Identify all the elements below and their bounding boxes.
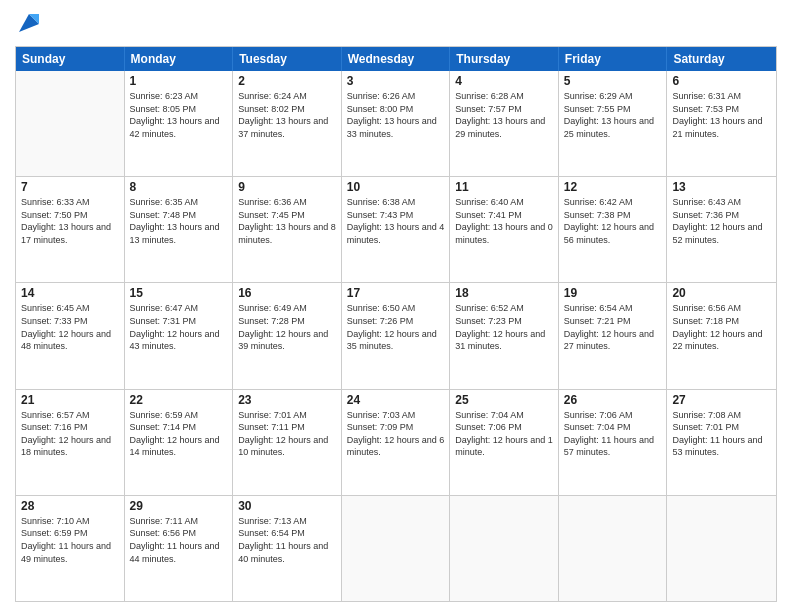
calendar-cell: 1Sunrise: 6:23 AMSunset: 8:05 PMDaylight… [125, 71, 234, 176]
calendar-cell: 5Sunrise: 6:29 AMSunset: 7:55 PMDaylight… [559, 71, 668, 176]
calendar-cell: 30Sunrise: 7:13 AMSunset: 6:54 PMDayligh… [233, 496, 342, 601]
calendar-cell: 20Sunrise: 6:56 AMSunset: 7:18 PMDayligh… [667, 283, 776, 388]
calendar-cell: 18Sunrise: 6:52 AMSunset: 7:23 PMDayligh… [450, 283, 559, 388]
calendar-cell: 8Sunrise: 6:35 AMSunset: 7:48 PMDaylight… [125, 177, 234, 282]
calendar-cell: 19Sunrise: 6:54 AMSunset: 7:21 PMDayligh… [559, 283, 668, 388]
calendar-cell: 16Sunrise: 6:49 AMSunset: 7:28 PMDayligh… [233, 283, 342, 388]
day-info: Sunrise: 7:11 AMSunset: 6:56 PMDaylight:… [130, 515, 228, 565]
calendar-cell: 14Sunrise: 6:45 AMSunset: 7:33 PMDayligh… [16, 283, 125, 388]
logo [15, 10, 47, 38]
day-number: 11 [455, 180, 553, 194]
day-info: Sunrise: 6:43 AMSunset: 7:36 PMDaylight:… [672, 196, 771, 246]
day-info: Sunrise: 6:33 AMSunset: 7:50 PMDaylight:… [21, 196, 119, 246]
day-number: 16 [238, 286, 336, 300]
calendar-cell: 6Sunrise: 6:31 AMSunset: 7:53 PMDaylight… [667, 71, 776, 176]
day-number: 26 [564, 393, 662, 407]
day-info: Sunrise: 6:56 AMSunset: 7:18 PMDaylight:… [672, 302, 771, 352]
day-info: Sunrise: 6:29 AMSunset: 7:55 PMDaylight:… [564, 90, 662, 140]
calendar-cell: 2Sunrise: 6:24 AMSunset: 8:02 PMDaylight… [233, 71, 342, 176]
weekday-header: Saturday [667, 47, 776, 71]
day-info: Sunrise: 6:57 AMSunset: 7:16 PMDaylight:… [21, 409, 119, 459]
calendar-cell: 25Sunrise: 7:04 AMSunset: 7:06 PMDayligh… [450, 390, 559, 495]
day-number: 22 [130, 393, 228, 407]
calendar-cell: 15Sunrise: 6:47 AMSunset: 7:31 PMDayligh… [125, 283, 234, 388]
day-info: Sunrise: 6:38 AMSunset: 7:43 PMDaylight:… [347, 196, 445, 246]
day-number: 30 [238, 499, 336, 513]
day-number: 29 [130, 499, 228, 513]
calendar-cell: 7Sunrise: 6:33 AMSunset: 7:50 PMDaylight… [16, 177, 125, 282]
day-number: 1 [130, 74, 228, 88]
calendar-row: 28Sunrise: 7:10 AMSunset: 6:59 PMDayligh… [16, 495, 776, 601]
calendar-cell: 28Sunrise: 7:10 AMSunset: 6:59 PMDayligh… [16, 496, 125, 601]
day-info: Sunrise: 6:26 AMSunset: 8:00 PMDaylight:… [347, 90, 445, 140]
day-number: 24 [347, 393, 445, 407]
weekday-header: Friday [559, 47, 668, 71]
day-number: 12 [564, 180, 662, 194]
day-number: 10 [347, 180, 445, 194]
page: SundayMondayTuesdayWednesdayThursdayFrid… [0, 0, 792, 612]
logo-icon [15, 10, 43, 38]
calendar-row: 21Sunrise: 6:57 AMSunset: 7:16 PMDayligh… [16, 389, 776, 495]
calendar-cell [16, 71, 125, 176]
day-info: Sunrise: 6:45 AMSunset: 7:33 PMDaylight:… [21, 302, 119, 352]
weekday-header: Wednesday [342, 47, 451, 71]
day-number: 21 [21, 393, 119, 407]
day-number: 27 [672, 393, 771, 407]
calendar-cell: 17Sunrise: 6:50 AMSunset: 7:26 PMDayligh… [342, 283, 451, 388]
calendar-cell [667, 496, 776, 601]
day-info: Sunrise: 6:23 AMSunset: 8:05 PMDaylight:… [130, 90, 228, 140]
day-number: 5 [564, 74, 662, 88]
day-number: 3 [347, 74, 445, 88]
calendar-cell: 22Sunrise: 6:59 AMSunset: 7:14 PMDayligh… [125, 390, 234, 495]
calendar-cell: 4Sunrise: 6:28 AMSunset: 7:57 PMDaylight… [450, 71, 559, 176]
day-number: 7 [21, 180, 119, 194]
day-info: Sunrise: 6:36 AMSunset: 7:45 PMDaylight:… [238, 196, 336, 246]
day-number: 14 [21, 286, 119, 300]
day-info: Sunrise: 6:49 AMSunset: 7:28 PMDaylight:… [238, 302, 336, 352]
calendar-cell: 24Sunrise: 7:03 AMSunset: 7:09 PMDayligh… [342, 390, 451, 495]
calendar-cell [450, 496, 559, 601]
weekday-header: Sunday [16, 47, 125, 71]
calendar-cell: 29Sunrise: 7:11 AMSunset: 6:56 PMDayligh… [125, 496, 234, 601]
calendar-row: 14Sunrise: 6:45 AMSunset: 7:33 PMDayligh… [16, 282, 776, 388]
calendar-cell: 23Sunrise: 7:01 AMSunset: 7:11 PMDayligh… [233, 390, 342, 495]
calendar-cell: 26Sunrise: 7:06 AMSunset: 7:04 PMDayligh… [559, 390, 668, 495]
day-number: 23 [238, 393, 336, 407]
day-number: 15 [130, 286, 228, 300]
day-number: 20 [672, 286, 771, 300]
day-number: 19 [564, 286, 662, 300]
calendar-cell: 12Sunrise: 6:42 AMSunset: 7:38 PMDayligh… [559, 177, 668, 282]
day-info: Sunrise: 6:24 AMSunset: 8:02 PMDaylight:… [238, 90, 336, 140]
calendar-cell: 27Sunrise: 7:08 AMSunset: 7:01 PMDayligh… [667, 390, 776, 495]
day-number: 18 [455, 286, 553, 300]
calendar-cell: 3Sunrise: 6:26 AMSunset: 8:00 PMDaylight… [342, 71, 451, 176]
day-number: 25 [455, 393, 553, 407]
day-info: Sunrise: 7:10 AMSunset: 6:59 PMDaylight:… [21, 515, 119, 565]
calendar-row: 1Sunrise: 6:23 AMSunset: 8:05 PMDaylight… [16, 71, 776, 176]
day-info: Sunrise: 7:04 AMSunset: 7:06 PMDaylight:… [455, 409, 553, 459]
calendar-cell [559, 496, 668, 601]
calendar-cell: 11Sunrise: 6:40 AMSunset: 7:41 PMDayligh… [450, 177, 559, 282]
weekday-header: Monday [125, 47, 234, 71]
day-info: Sunrise: 6:52 AMSunset: 7:23 PMDaylight:… [455, 302, 553, 352]
day-info: Sunrise: 6:31 AMSunset: 7:53 PMDaylight:… [672, 90, 771, 140]
day-info: Sunrise: 6:42 AMSunset: 7:38 PMDaylight:… [564, 196, 662, 246]
calendar-cell: 10Sunrise: 6:38 AMSunset: 7:43 PMDayligh… [342, 177, 451, 282]
day-info: Sunrise: 6:28 AMSunset: 7:57 PMDaylight:… [455, 90, 553, 140]
day-number: 4 [455, 74, 553, 88]
day-number: 28 [21, 499, 119, 513]
day-info: Sunrise: 6:54 AMSunset: 7:21 PMDaylight:… [564, 302, 662, 352]
day-number: 13 [672, 180, 771, 194]
header [15, 10, 777, 38]
weekday-header: Tuesday [233, 47, 342, 71]
day-number: 8 [130, 180, 228, 194]
day-number: 6 [672, 74, 771, 88]
day-info: Sunrise: 7:13 AMSunset: 6:54 PMDaylight:… [238, 515, 336, 565]
calendar-cell: 13Sunrise: 6:43 AMSunset: 7:36 PMDayligh… [667, 177, 776, 282]
weekday-header: Thursday [450, 47, 559, 71]
day-number: 9 [238, 180, 336, 194]
day-number: 17 [347, 286, 445, 300]
day-info: Sunrise: 6:59 AMSunset: 7:14 PMDaylight:… [130, 409, 228, 459]
day-info: Sunrise: 6:47 AMSunset: 7:31 PMDaylight:… [130, 302, 228, 352]
calendar-cell: 9Sunrise: 6:36 AMSunset: 7:45 PMDaylight… [233, 177, 342, 282]
